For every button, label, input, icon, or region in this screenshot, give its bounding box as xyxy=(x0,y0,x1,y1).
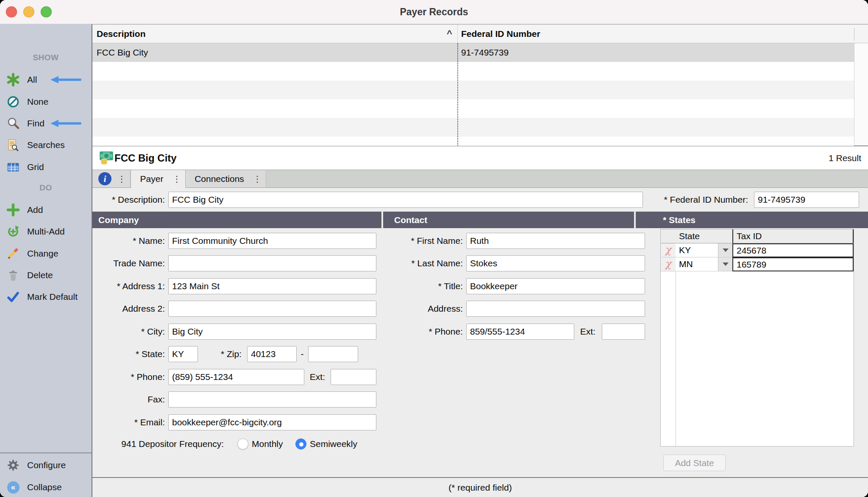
payer-money-icon xyxy=(98,151,114,168)
sidebar-item-label: All xyxy=(27,75,37,85)
info-section: i ⋮ xyxy=(92,170,131,188)
last-name-input[interactable] xyxy=(466,255,645,271)
cell-federal-id: 91-7495739 xyxy=(461,43,509,62)
left-arrow-indicator xyxy=(50,75,82,84)
email-input[interactable] xyxy=(168,414,376,430)
asterisk-icon xyxy=(6,73,20,87)
multi-add-icon xyxy=(6,224,20,239)
states-table: State Tax ID χ KY χ MN xyxy=(660,229,854,447)
sidebar-item-change[interactable]: Change xyxy=(0,243,92,265)
federal-id-input[interactable] xyxy=(754,192,859,208)
company-phone-input[interactable] xyxy=(168,369,304,385)
last-name-label: * Last Name: xyxy=(384,255,463,271)
main-content: Description ^ Federal ID Number FCC Big … xyxy=(92,24,868,497)
state-dropdown-value: MN xyxy=(679,259,693,269)
zip-plus4-input[interactable] xyxy=(308,346,358,362)
record-title: FCC Big City xyxy=(114,146,177,170)
section-header-states: * States xyxy=(636,212,868,228)
depositor-frequency-label: 941 Depositor Frequency: xyxy=(92,436,224,452)
federal-id-label: * Federal ID Number: xyxy=(643,192,748,208)
trade-name-input[interactable] xyxy=(168,255,376,271)
required-field-note: (* required field) xyxy=(448,483,512,492)
table-row-selected[interactable]: FCC Big City 91-7495739 xyxy=(92,43,854,62)
sidebar-do-header: DO xyxy=(0,183,92,193)
chevron-down-icon[interactable] xyxy=(718,257,732,271)
column-header-description[interactable]: Description xyxy=(97,25,146,43)
sidebar-item-mark-default[interactable]: Mark Default xyxy=(0,286,92,308)
company-name-label: * Name: xyxy=(92,233,165,249)
state-dropdown[interactable]: KY xyxy=(676,243,732,257)
state-input[interactable] xyxy=(168,346,198,362)
dots-separator-icon: ⋮ xyxy=(117,175,126,183)
city-input[interactable] xyxy=(168,324,376,340)
sidebar-item-label: Searches xyxy=(27,140,65,150)
sidebar-item-add[interactable]: Add xyxy=(0,199,92,221)
description-input[interactable] xyxy=(168,192,643,208)
states-row: χ MN xyxy=(661,257,854,271)
title-input[interactable] xyxy=(466,278,645,294)
states-table-header: State Tax ID xyxy=(661,229,854,243)
collapse-icon: « xyxy=(6,480,20,494)
column-header-federal-id[interactable]: Federal ID Number xyxy=(461,25,540,43)
delete-state-row-icon[interactable]: χ xyxy=(661,243,676,257)
fax-input[interactable] xyxy=(168,391,376,408)
saved-search-icon xyxy=(6,138,20,152)
left-arrow-indicator xyxy=(50,119,82,128)
sidebar-item-label: Change xyxy=(27,248,58,259)
sidebar-item-multi-add[interactable]: Multi-Add xyxy=(0,221,92,243)
column-divider-dotted xyxy=(457,43,458,145)
contact-ext-input[interactable] xyxy=(602,324,645,340)
radio-monthly[interactable] xyxy=(237,438,248,450)
sidebar-divider xyxy=(0,452,92,453)
table-row-empty xyxy=(92,118,854,137)
description-row: * Description: * Federal ID Number: xyxy=(92,188,868,212)
radio-monthly-label[interactable]: Monthly xyxy=(252,436,283,452)
scrollbar-track[interactable] xyxy=(854,43,868,145)
contact-phone-label: * Phone: xyxy=(384,324,463,340)
tax-id-input[interactable] xyxy=(732,243,854,257)
radio-semiweekly-label[interactable]: Semiweekly xyxy=(310,436,357,452)
contact-address-label: Address: xyxy=(384,301,463,317)
sidebar-item-grid[interactable]: Grid xyxy=(0,156,92,178)
sidebar-item-none[interactable]: None xyxy=(0,91,92,113)
contact-address-input[interactable] xyxy=(466,301,645,317)
sidebar-item-find[interactable]: Find xyxy=(0,112,92,134)
city-label: * City: xyxy=(92,324,165,340)
address1-label: * Address 1: xyxy=(92,278,165,294)
sidebar-item-delete[interactable]: Delete xyxy=(0,264,92,286)
fax-label: Fax: xyxy=(92,391,165,408)
states-header-tax-id: Tax ID xyxy=(732,229,854,243)
sidebar-item-configure[interactable]: Configure xyxy=(0,454,92,476)
address1-input[interactable] xyxy=(168,278,376,294)
states-row: χ KY xyxy=(661,243,854,257)
add-state-button[interactable]: Add State xyxy=(663,455,726,471)
company-name-input[interactable] xyxy=(168,233,376,249)
dots-separator-icon: ⋮ xyxy=(253,175,262,183)
first-name-label: * First Name: xyxy=(384,233,463,249)
sidebar-item-all[interactable]: All xyxy=(0,69,92,91)
info-icon[interactable]: i xyxy=(98,172,111,185)
delete-state-row-icon[interactable]: χ xyxy=(661,257,676,271)
contact-phone-input[interactable] xyxy=(466,324,574,340)
email-label: * Email: xyxy=(92,414,165,430)
zip-input[interactable] xyxy=(247,346,297,362)
footer-bar: (* required field) xyxy=(92,477,868,497)
zip-separator: - xyxy=(299,346,306,362)
radio-semiweekly[interactable] xyxy=(295,438,306,450)
chevron-down-icon[interactable] xyxy=(718,243,732,257)
address2-input[interactable] xyxy=(168,301,376,317)
first-name-input[interactable] xyxy=(466,233,645,249)
tax-id-input[interactable] xyxy=(732,257,854,271)
company-ext-label: Ext: xyxy=(306,369,325,385)
state-dropdown[interactable]: MN xyxy=(676,257,732,271)
sort-asc-icon[interactable]: ^ xyxy=(447,25,452,43)
tab-bar-filler xyxy=(266,170,868,188)
sidebar-item-searches[interactable]: Searches xyxy=(0,134,92,156)
table-row-empty xyxy=(92,62,854,81)
sidebar: SHOW All None Find xyxy=(0,24,92,497)
tab-payer[interactable]: Payer ⋮ xyxy=(131,170,186,188)
sidebar-item-collapse[interactable]: « Collapse xyxy=(0,476,92,497)
company-ext-input[interactable] xyxy=(331,369,376,385)
tab-connections[interactable]: Connections ⋮ xyxy=(186,170,266,188)
window-titlebar: Payer Records xyxy=(0,0,868,24)
